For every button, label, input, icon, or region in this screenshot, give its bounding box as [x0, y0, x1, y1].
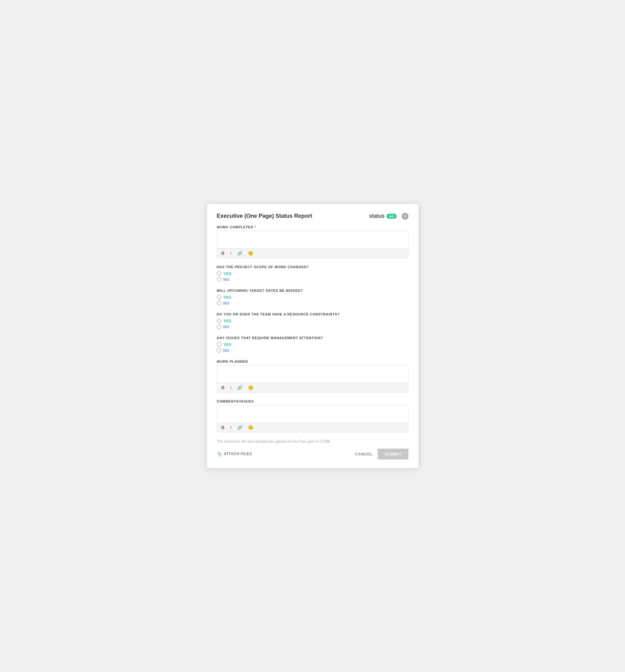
paperclip-icon: 📎: [217, 451, 222, 456]
footer-actions: CANCEL SUBMIT: [355, 449, 408, 459]
target-dates-section: WILL UPCOMING TARGET DATES BE MISSED? YE…: [217, 289, 408, 306]
work-completed-toolbar: B I 🔗 🙂: [217, 248, 408, 258]
scope-changed-radio-group: YES NO: [217, 271, 408, 282]
target-dates-radio-group: YES NO: [217, 295, 408, 306]
italic-button-1[interactable]: I: [229, 250, 233, 256]
management-attention-section: ANY ISSUES THAT REQUIRE MANAGEMENT ATTEN…: [217, 336, 408, 353]
management-yes-label: YES: [223, 342, 232, 347]
submit-button[interactable]: SUBMIT: [378, 449, 408, 459]
comments-issues-label: COMMENTS/ISSUES: [217, 400, 408, 403]
target-yes-option[interactable]: YES: [217, 295, 408, 299]
resource-constraints-label: DO YOU OR DOES THE TEAM HAVE A RESOURCE …: [217, 312, 408, 316]
italic-button-3[interactable]: I: [229, 425, 233, 430]
scope-yes-option[interactable]: YES: [217, 271, 408, 276]
work-planned-toolbar: B I 🔗 🙂: [217, 383, 408, 392]
scope-changed-section: HAS THE PROJECT SCOPE OF WORK CHANGED? Y…: [217, 265, 408, 282]
work-planned-editor: B I 🔗 🙂: [217, 365, 408, 393]
modal-header: Executive (One Page) Status Report statu…: [217, 213, 408, 220]
management-no-radio[interactable]: [217, 348, 221, 353]
target-no-label: NO: [223, 301, 230, 306]
resource-no-option[interactable]: NO: [217, 325, 408, 329]
resource-yes-radio[interactable]: [217, 318, 221, 323]
work-completed-section: WORK COMPLETED* B I 🔗 🙂: [217, 225, 408, 258]
modal-container: Executive (One Page) Status Report statu…: [207, 204, 418, 468]
target-no-option[interactable]: NO: [217, 301, 408, 306]
required-star: *: [255, 225, 256, 229]
emoji-button-2[interactable]: 🙂: [247, 385, 255, 390]
resource-no-radio[interactable]: [217, 325, 221, 329]
resource-constraints-section: DO YOU OR DOES THE TEAM HAVE A RESOURCE …: [217, 312, 408, 329]
management-no-label: NO: [223, 348, 230, 353]
scope-changed-label: HAS THE PROJECT SCOPE OF WORK CHANGED?: [217, 265, 408, 269]
management-radio-group: YES NO: [217, 342, 408, 353]
scope-no-label: NO: [223, 277, 230, 282]
work-planned-label: WORK PLANNED: [217, 360, 408, 363]
comments-issues-toolbar: B I 🔗 🙂: [217, 423, 408, 432]
close-button[interactable]: ×: [402, 213, 408, 220]
comments-issues-input[interactable]: [217, 405, 408, 423]
work-completed-input[interactable]: [217, 231, 408, 248]
link-button-3[interactable]: 🔗: [236, 425, 244, 430]
attach-files-button[interactable]: 📎 ATTACH FILES: [217, 451, 252, 456]
modal-footer: 📎 ATTACH FILES CANCEL SUBMIT: [217, 449, 408, 459]
italic-button-2[interactable]: I: [229, 385, 233, 390]
modal-brand: status net ×: [369, 213, 408, 220]
resource-radio-group: YES NO: [217, 318, 408, 329]
modal-footer-wrapper: The maximum file size allowed per upload…: [217, 439, 408, 459]
link-button-2[interactable]: 🔗: [236, 385, 244, 390]
work-completed-editor: B I 🔗 🙂: [217, 231, 408, 258]
file-size-note: The maximum file size allowed per upload…: [217, 439, 408, 443]
target-no-radio[interactable]: [217, 301, 221, 305]
modal-title: Executive (One Page) Status Report: [217, 213, 312, 219]
brand-text: status: [369, 213, 385, 219]
scope-no-option[interactable]: NO: [217, 277, 408, 282]
resource-yes-label: YES: [223, 318, 232, 323]
management-no-option[interactable]: NO: [217, 348, 408, 353]
target-yes-radio[interactable]: [217, 295, 221, 299]
comments-issues-section: COMMENTS/ISSUES B I 🔗 🙂: [217, 400, 408, 432]
management-attention-label: ANY ISSUES THAT REQUIRE MANAGEMENT ATTEN…: [217, 336, 408, 340]
modal-backdrop: Executive (One Page) Status Report statu…: [207, 204, 418, 468]
scope-yes-radio[interactable]: [217, 271, 221, 275]
target-yes-label: YES: [223, 295, 232, 299]
scope-yes-label: YES: [223, 271, 232, 276]
work-planned-input[interactable]: [217, 365, 408, 383]
bold-button-2[interactable]: B: [220, 385, 226, 390]
bold-button-1[interactable]: B: [220, 250, 226, 256]
target-dates-label: WILL UPCOMING TARGET DATES BE MISSED?: [217, 289, 408, 292]
emoji-button-3[interactable]: 🙂: [247, 425, 255, 430]
comments-issues-editor: B I 🔗 🙂: [217, 405, 408, 432]
brand-badge: net: [386, 214, 396, 219]
resource-no-label: NO: [223, 325, 230, 329]
work-completed-label: WORK COMPLETED*: [217, 225, 408, 229]
management-yes-radio[interactable]: [217, 342, 221, 346]
emoji-button-1[interactable]: 🙂: [247, 250, 255, 256]
modal-title-group: Executive (One Page) Status Report: [217, 213, 312, 219]
scope-no-radio[interactable]: [217, 277, 221, 282]
cancel-button[interactable]: CANCEL: [355, 452, 373, 456]
work-planned-section: WORK PLANNED B I 🔗 🙂: [217, 360, 408, 393]
management-yes-option[interactable]: YES: [217, 342, 408, 347]
resource-yes-option[interactable]: YES: [217, 318, 408, 323]
link-button-1[interactable]: 🔗: [236, 250, 244, 256]
bold-button-3[interactable]: B: [220, 425, 226, 430]
